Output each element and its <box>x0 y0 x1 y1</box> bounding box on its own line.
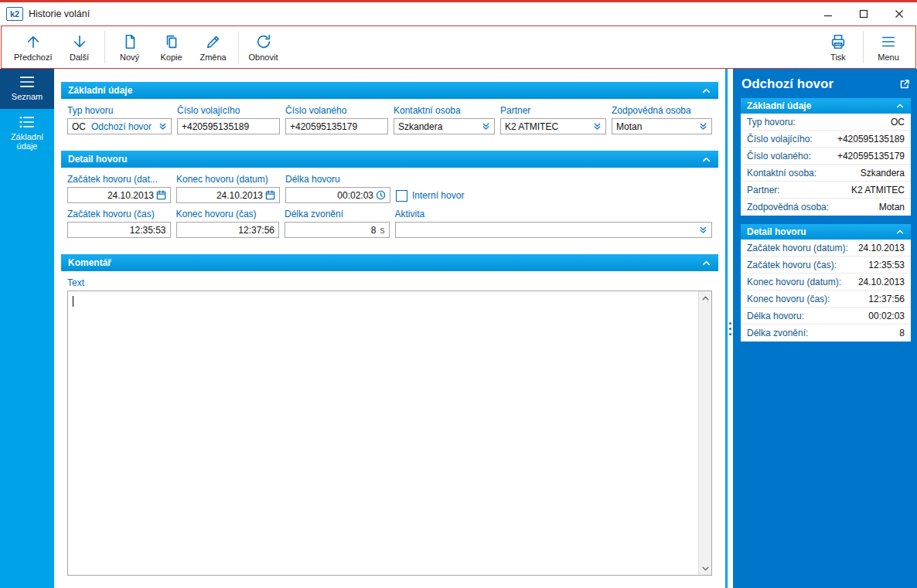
title-bar: k2 Historie volání <box>0 0 917 25</box>
end-time-input[interactable]: 12:37:56 <box>176 222 280 238</box>
partner-combo[interactable]: K2 ATMITEC <box>500 118 606 134</box>
row-value: Motan <box>879 202 905 212</box>
called-number-input[interactable]: +420595135179 <box>285 118 388 134</box>
panel-row: Číslo volajícího: +420595135189 <box>741 131 911 148</box>
panel-row: Délka zvonění: 8 <box>741 325 911 342</box>
responsible-person-field: Zodpovědná osoba Motan <box>612 105 712 134</box>
minimize-icon <box>823 9 833 19</box>
change-button[interactable]: Změna <box>193 28 234 66</box>
previous-button[interactable]: Předchozí <box>8 28 59 66</box>
duration-input[interactable]: 00:02:03 <box>285 187 390 203</box>
panel-row: Partner: K2 ATMITEC <box>741 182 911 199</box>
detail-fields: Začátek hovoru (dat... 24.10.2013 Konec … <box>61 168 718 243</box>
start-time-input[interactable]: 12:35:53 <box>67 222 171 238</box>
panel-row: Začátek hovoru (čas): 12:35:53 <box>741 257 911 274</box>
sidebar-item-label: Seznam <box>12 92 43 102</box>
left-sidebar: Seznam Základní údaje <box>0 69 54 588</box>
responsible-person-value: Motan <box>616 121 697 132</box>
panel-section-header-detail-hovoru[interactable]: Detail hovoru <box>741 224 911 240</box>
next-button-label: Další <box>70 53 89 62</box>
scroll-up-button[interactable] <box>699 291 711 304</box>
next-button[interactable]: Další <box>59 28 101 66</box>
sidebar-item-zakladni-udaje[interactable]: Základní údaje <box>0 109 54 158</box>
toolbar-separator <box>238 31 239 63</box>
row-value: +420595135189 <box>837 134 905 144</box>
chevron-up-icon[interactable] <box>895 229 905 235</box>
panel-section-header-zakladni-udaje[interactable]: Základní údaje <box>741 98 911 114</box>
printer-icon <box>830 33 847 50</box>
section-header-detail-hovoru[interactable]: Detail hovoru <box>61 151 718 168</box>
row-label: Číslo volaného: <box>747 151 811 161</box>
menu-button[interactable]: Menu <box>868 28 909 66</box>
copy-button[interactable]: Kopie <box>151 28 193 66</box>
dropdown-chevron-icon[interactable] <box>699 226 707 234</box>
vertical-scrollbar[interactable] <box>698 291 711 575</box>
splitter-grip-dot <box>729 328 731 330</box>
list-icon <box>19 116 35 128</box>
panel-splitter[interactable] <box>725 69 735 588</box>
maximize-button[interactable] <box>846 2 881 25</box>
section-header-zakladni-udaje[interactable]: Základní údaje <box>61 82 718 99</box>
dropdown-chevron-icon[interactable] <box>482 122 490 131</box>
sidebar-item-seznam[interactable]: Seznam <box>0 69 54 109</box>
panel-row: Konec hovoru (čas): 12:37:56 <box>741 291 911 308</box>
section-title: Detail hovoru <box>68 154 128 165</box>
end-date-input[interactable]: 24.10.2013 <box>176 187 280 203</box>
dropdown-chevron-icon[interactable] <box>593 122 602 131</box>
panel-row: Kontaktní osoba: Szkandera <box>741 165 911 182</box>
row-label: Kontaktní osoba: <box>747 168 816 178</box>
row-label: Začátek hovoru (čas): <box>747 260 837 270</box>
chevron-up-icon[interactable] <box>701 156 711 163</box>
section-gap <box>61 139 718 151</box>
new-button[interactable]: Nový <box>109 28 151 66</box>
chevron-up-icon[interactable] <box>701 87 711 94</box>
panel-section-title: Základní údaje <box>747 100 811 111</box>
scroll-down-button[interactable] <box>699 562 711 575</box>
window-controls <box>810 2 917 25</box>
dropdown-chevron-icon[interactable] <box>699 122 707 131</box>
section-header-komentar[interactable]: Komentář <box>61 254 718 271</box>
panel-title-row: Odchozí hovor <box>741 73 911 98</box>
contact-person-combo[interactable]: Szkandera <box>394 118 495 134</box>
start-date-input[interactable]: 24.10.2013 <box>67 187 171 203</box>
comment-text-label: Text <box>67 277 718 288</box>
row-label: Typ hovoru: <box>747 117 796 127</box>
ring-duration-input[interactable]: 8 s <box>285 222 390 238</box>
activity-combo[interactable] <box>395 222 712 238</box>
external-link-icon[interactable] <box>899 79 910 90</box>
chevron-up-icon[interactable] <box>895 103 905 109</box>
clock-icon[interactable] <box>376 190 386 200</box>
start-date-field: Začátek hovoru (dat... 24.10.2013 <box>67 174 171 203</box>
field-label: Konec hovoru (datum) <box>176 174 280 185</box>
call-type-value: Odchozí hovor <box>91 121 156 132</box>
field-label: Partner <box>500 105 606 116</box>
comment-textarea[interactable] <box>67 291 712 576</box>
row-label: Délka zvonění: <box>747 328 808 338</box>
hamburger-menu-icon <box>19 76 35 88</box>
caller-number-input[interactable]: +420595135189 <box>177 118 280 134</box>
panel-title: Odchozí hovor <box>741 76 833 92</box>
app-window: k2 Historie volání Předchozí Další Nov <box>0 0 917 588</box>
internal-call-checkbox[interactable] <box>396 190 407 202</box>
splitter-grip-dot <box>729 333 731 335</box>
dropdown-chevron-icon[interactable] <box>159 122 167 131</box>
chevron-up-icon[interactable] <box>701 260 711 267</box>
calendar-icon[interactable] <box>156 190 166 200</box>
field-label: Začátek hovoru (čas) <box>67 209 171 219</box>
call-type-combo[interactable]: OC Odchozí hovor <box>67 118 172 134</box>
call-type-code: OC <box>72 121 86 132</box>
minimize-button[interactable] <box>810 2 846 25</box>
field-label: Aktivita <box>395 209 712 219</box>
copy-icon <box>163 33 180 50</box>
arrow-up-icon <box>25 33 42 50</box>
row-value: 12:37:56 <box>868 294 905 304</box>
panel-section-title: Detail hovoru <box>747 226 806 237</box>
refresh-button[interactable]: Obnovit <box>243 28 285 66</box>
responsible-person-combo[interactable]: Motan <box>612 118 712 134</box>
row-label: Konec hovoru (čas): <box>747 294 830 304</box>
row-label: Partner: <box>747 185 780 195</box>
close-button[interactable] <box>881 2 917 25</box>
print-button[interactable]: Tisk <box>817 28 859 66</box>
calendar-icon[interactable] <box>265 190 275 200</box>
sidebar-item-label: Základní údaje <box>2 132 53 151</box>
